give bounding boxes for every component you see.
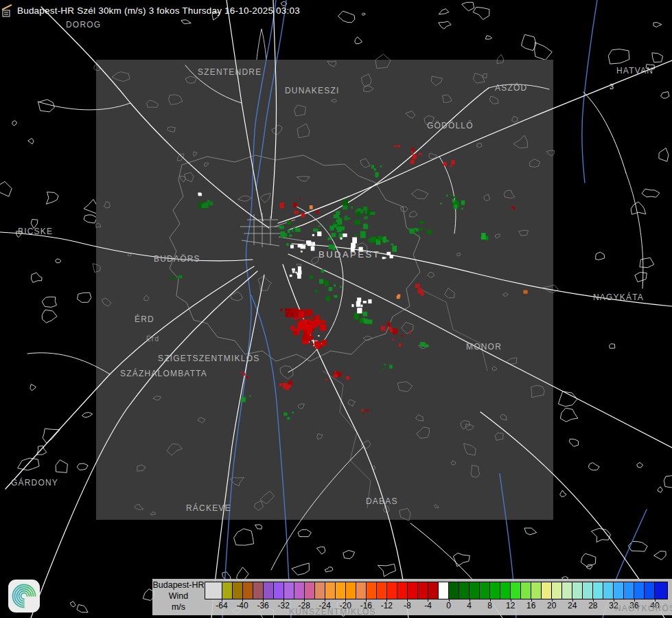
radar-echo-cell <box>390 255 393 258</box>
radar-echo-cell <box>286 311 288 313</box>
radar-echo-cell <box>420 342 425 347</box>
radar-echo-cell <box>298 271 302 275</box>
radar-echo-cell <box>306 310 312 317</box>
radar-echo-cell <box>418 235 420 237</box>
radar-map <box>0 0 672 618</box>
radar-echo-cell <box>384 236 386 239</box>
radar-echo-cell <box>415 228 417 230</box>
radar-echo-cell <box>301 245 306 249</box>
radar-echo-cell <box>287 385 292 387</box>
radar-echo-cell <box>279 226 284 229</box>
legend-tick-label--12: -12 <box>381 601 393 610</box>
radar-echo-cell <box>483 234 485 236</box>
radar-echo-cell <box>343 200 348 206</box>
radar-echo-cell <box>290 220 291 222</box>
radar-echo-cell <box>321 320 325 323</box>
radar-echo-cell <box>288 229 290 233</box>
radar-echo-cell <box>371 165 374 168</box>
radar-echo-cell <box>293 227 295 229</box>
radar-echo-cell <box>310 275 313 279</box>
product-icon <box>1 3 14 18</box>
radar-echo-cell <box>363 301 367 304</box>
radar-echo-cell <box>419 228 423 231</box>
radar-echo-cell <box>292 411 294 413</box>
radar-echo-cell <box>321 269 324 273</box>
radar-echo-cell <box>332 233 336 237</box>
radar-echo-cell <box>306 338 310 342</box>
radar-echo-cell <box>249 396 251 397</box>
radar-echo-cell <box>170 277 173 279</box>
radar-echo-cell <box>299 198 301 200</box>
radar-echo-cell <box>317 343 321 347</box>
radar-echo-cell <box>394 146 396 148</box>
radar-echo-cell <box>241 371 242 373</box>
radar-echo-cell <box>340 286 342 288</box>
radar-echo-cell <box>292 271 295 273</box>
radar-echo-cell <box>326 297 331 301</box>
radar-echo-cell <box>481 236 485 239</box>
radar-echo-cell <box>363 224 367 229</box>
radar-echo-cell <box>312 343 314 345</box>
radar-echo-cell <box>409 332 411 334</box>
radar-echo-cell <box>314 290 318 293</box>
radar-echo-cell <box>343 205 347 210</box>
radar-echo-cell <box>380 165 382 168</box>
radar-echo-cell <box>295 228 301 232</box>
radar-echo-cell <box>357 308 362 313</box>
radar-echo-cell <box>283 383 287 389</box>
radar-echo-cell <box>351 304 354 307</box>
radar-echo-cell <box>312 234 314 236</box>
radar-echo-cell <box>446 194 448 196</box>
radar-echo-cell <box>348 218 350 220</box>
radar-echo-cell <box>369 238 372 242</box>
radar-echo-cell <box>298 266 301 271</box>
radar-echo-cell <box>346 376 349 380</box>
legend-tick-label-40: 40 <box>650 601 659 610</box>
radar-echo-cell <box>339 217 340 218</box>
radar-echo-cell <box>294 317 297 320</box>
radar-echo-cell <box>356 211 360 216</box>
radar-echo-cell <box>316 210 319 214</box>
radar-echo-cell <box>382 368 384 370</box>
radar-echo-cell <box>440 203 442 204</box>
radar-echo-cell <box>340 227 345 231</box>
radar-echo-cell <box>359 247 363 251</box>
radar-echo-cell <box>402 334 404 336</box>
radar-echo-cell <box>288 380 292 385</box>
legend-tick-label--40: -40 <box>236 601 248 610</box>
radar-echo-cell <box>338 372 342 377</box>
radar-echo-cell <box>343 233 347 237</box>
radar-echo-cell <box>386 252 391 255</box>
radar-echo-cell <box>364 319 368 323</box>
legend-tick-label-4: 4 <box>467 601 472 610</box>
radar-echo-cell <box>287 221 291 225</box>
radar-echo-cell <box>329 287 333 291</box>
radar-echo-cell <box>301 251 303 252</box>
radar-echo-cell <box>310 205 313 209</box>
legend-tick-label--36: -36 <box>257 601 268 610</box>
radar-echo-cell <box>294 330 298 335</box>
radar-echo-cell <box>461 201 465 205</box>
radar-echo-cell <box>295 272 297 273</box>
radar-echo-cell <box>318 225 321 227</box>
radar-echo-cell <box>387 322 391 326</box>
radar-echo-cell <box>325 280 329 286</box>
radar-echo-cell <box>384 364 386 365</box>
legend-panel: Budapest-HR Wind m/s -64-40-36-32-28-24-… <box>152 579 672 615</box>
radar-echo-cell <box>421 292 424 296</box>
radar-echo-cell <box>389 365 393 368</box>
radar-echo-cell <box>454 196 457 198</box>
radar-echo-cell <box>419 221 424 224</box>
radar-echo-cell <box>513 208 515 210</box>
radar-echo-cell <box>351 247 355 252</box>
radar-viewer: DOROGSZENTENDREDUNAKESZIASZÓDHATVANGÖDÖL… <box>0 0 672 618</box>
radar-echo-cell <box>397 145 399 147</box>
radar-echo-cell <box>399 343 402 347</box>
radar-echo-cell <box>419 153 421 155</box>
radar-echo-cell <box>338 218 343 225</box>
radar-echo-cell <box>415 284 420 288</box>
radar-echo-cell <box>287 417 290 420</box>
radar-echo-cell <box>290 308 295 312</box>
radar-echo-cell <box>351 206 353 209</box>
radar-echo-cell <box>410 230 415 233</box>
